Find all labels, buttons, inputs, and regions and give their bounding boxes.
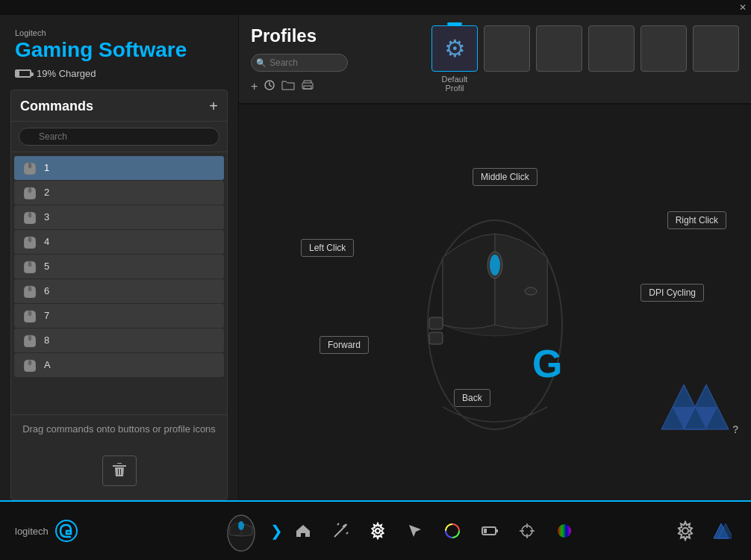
battery-indicator-icon xyxy=(15,69,31,78)
command-item[interactable]: 3 xyxy=(14,205,224,229)
command-label: 7 xyxy=(44,310,49,321)
svg-point-3 xyxy=(28,188,31,193)
command-item[interactable]: 8 xyxy=(14,329,224,352)
crosshair-icon xyxy=(518,522,536,540)
commands-search-input[interactable] xyxy=(19,128,219,146)
command-item[interactable]: 7 xyxy=(14,304,224,328)
history-profile-button[interactable] xyxy=(264,79,275,94)
command-item[interactable]: 1 xyxy=(14,156,224,180)
svg-point-9 xyxy=(28,262,31,267)
command-mouse-icon xyxy=(22,334,38,347)
taskbar-settings-button[interactable] xyxy=(670,516,700,546)
svg-rect-26 xyxy=(429,317,443,329)
clock-icon xyxy=(264,79,275,91)
app-header: Logitech Gaming Software 19% Charged xyxy=(0,15,238,90)
taskbar-brand: logitech xyxy=(0,519,149,543)
help-icon xyxy=(711,520,732,541)
right-click-label[interactable]: Right Click xyxy=(667,211,726,229)
top-area: Logitech Gaming Software 19% Charged Com… xyxy=(0,15,751,500)
delete-area xyxy=(11,445,227,500)
profile-slot-box[interactable] xyxy=(693,25,739,72)
wand-icon xyxy=(331,522,349,540)
commands-title: Commands xyxy=(20,99,93,114)
svg-point-7 xyxy=(28,237,31,242)
svg-line-40 xyxy=(337,523,339,525)
taskbar-wand-button[interactable] xyxy=(323,508,358,553)
taskbar-cursor-button[interactable] xyxy=(398,508,432,553)
taskbar-mouse-svg xyxy=(222,511,260,552)
right-content: Profiles 🔍 + xyxy=(239,15,751,500)
command-item[interactable]: 2 xyxy=(14,181,224,205)
battery-status-icon xyxy=(481,522,499,540)
taskbar-crosshair-button[interactable] xyxy=(510,508,544,553)
profile-slot-box[interactable] xyxy=(536,25,582,72)
profiles-search-icon: 🔍 xyxy=(256,58,267,68)
svg-rect-27 xyxy=(429,332,443,344)
delete-button[interactable] xyxy=(102,455,137,486)
tt-logo-svg: ? xyxy=(654,377,744,437)
mouse-svg-container: G Middle Click Right Click Left Click DP… xyxy=(368,153,622,467)
profile-slot[interactable] xyxy=(693,25,739,75)
command-label: 5 xyxy=(44,261,49,272)
profiles-left: Profiles 🔍 + xyxy=(251,25,424,94)
command-label: A xyxy=(44,359,51,370)
profile-slot-label: Default Profil xyxy=(431,75,478,93)
print-profile-button[interactable] xyxy=(301,79,314,94)
command-mouse-icon xyxy=(22,186,38,199)
taskbar-arrow-button[interactable]: ❯ xyxy=(270,522,283,540)
command-label: 6 xyxy=(44,285,49,296)
svg-point-11 xyxy=(28,287,31,291)
command-item[interactable]: A xyxy=(14,353,224,377)
add-profile-button[interactable]: + xyxy=(251,79,258,94)
forward-label[interactable]: Forward xyxy=(320,336,369,354)
command-mouse-icon xyxy=(22,161,38,175)
profile-slot[interactable]: ⚙Default Profil xyxy=(431,25,478,93)
mouse-body-svg: G xyxy=(368,153,622,467)
profiles-title: Profiles xyxy=(251,25,424,46)
drag-hint: Drag commands onto buttons or profile ic… xyxy=(11,414,227,445)
main-container: Logitech Gaming Software 19% Charged Com… xyxy=(0,15,751,560)
search-wrapper: 🔍 xyxy=(19,128,219,146)
middle-click-label[interactable]: Middle Click xyxy=(473,168,537,186)
taskbar-mouse-preview xyxy=(215,508,267,553)
title-bar: ✕ xyxy=(0,0,751,15)
profile-slot[interactable] xyxy=(588,25,635,75)
svg-point-42 xyxy=(376,529,380,533)
taskbar-help-button[interactable] xyxy=(706,516,736,546)
command-item[interactable]: 6 xyxy=(14,279,224,303)
equalizer-icon xyxy=(555,522,573,540)
taskbar-home-button[interactable] xyxy=(286,508,320,553)
taskbar-gear-button[interactable] xyxy=(361,508,395,553)
left-click-label[interactable]: Left Click xyxy=(301,239,354,257)
commands-list: 1 2 3 xyxy=(11,152,227,414)
command-label: 2 xyxy=(44,187,49,198)
taskbar-rgb-button[interactable] xyxy=(435,508,470,553)
taskbar-battery-button[interactable] xyxy=(473,508,507,553)
taskbar-right xyxy=(646,516,751,546)
dpi-cycling-label[interactable]: DPI Cycling xyxy=(641,284,704,302)
battery-status: 19% Charged xyxy=(15,68,223,79)
commands-add-button[interactable]: + xyxy=(209,98,218,115)
profile-slot[interactable] xyxy=(484,25,530,75)
app-title: Gaming Software xyxy=(15,39,223,62)
close-button[interactable]: ✕ xyxy=(739,2,747,13)
back-label[interactable]: Back xyxy=(454,389,490,407)
left-sidebar: Logitech Gaming Software 19% Charged Com… xyxy=(0,15,239,500)
profile-slot[interactable] xyxy=(536,25,582,75)
command-mouse-icon xyxy=(22,284,38,298)
home-icon xyxy=(294,522,312,540)
profile-slot-box[interactable] xyxy=(588,25,635,72)
profile-slot-box[interactable]: ⚙ xyxy=(431,25,478,72)
profile-slot-box[interactable] xyxy=(484,25,530,72)
taskbar: logitech ❯ xyxy=(0,500,751,560)
command-item[interactable]: 4 xyxy=(14,230,224,254)
profile-slot-box[interactable] xyxy=(641,25,687,72)
mouse-diagram-area: G Middle Click Right Click Left Click DP… xyxy=(239,105,751,500)
profile-slot[interactable] xyxy=(641,25,687,75)
profile-gear-icon: ⚙ xyxy=(444,34,466,63)
svg-point-53 xyxy=(682,528,688,534)
taskbar-equalizer-button[interactable] xyxy=(547,508,582,553)
folder-profile-button[interactable] xyxy=(281,79,295,94)
command-item[interactable]: 5 xyxy=(14,255,224,279)
svg-point-13 xyxy=(28,311,31,316)
